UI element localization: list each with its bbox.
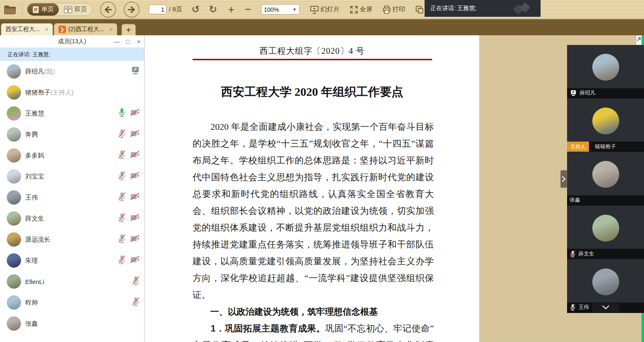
member-name: 猪猪孢子(主持人)	[25, 89, 74, 97]
member-row[interactable]: EllenLi	[0, 271, 144, 292]
member-row[interactable]: 猪猪孢子(主持人)	[0, 82, 144, 103]
close-button[interactable]: ×	[133, 38, 144, 45]
next-page-button[interactable]	[124, 2, 140, 18]
video-tile-name-bar: 薛绍凡	[567, 88, 644, 98]
tab-document-1[interactable]: 西安工程大... ×	[1, 23, 53, 35]
previous-page-button[interactable]	[100, 2, 116, 18]
member-name: 薛绍凡(我)	[25, 68, 55, 76]
mic-muted-icon	[570, 250, 576, 258]
camera-off-icon[interactable]	[130, 171, 140, 182]
video-tile[interactable]: 薛文生	[567, 206, 644, 260]
camera-off-icon[interactable]	[130, 192, 140, 203]
avatar	[592, 161, 619, 188]
document-paragraph: 1．巩固拓展主题教育成果。巩固“不忘初心、牢记使命”主题教育成果，持续推进“两学…	[193, 320, 434, 342]
zoom-in-button[interactable]: ＋	[226, 5, 236, 14]
mic-on-icon[interactable]	[118, 108, 126, 119]
member-row[interactable]: 薛文生	[0, 208, 144, 229]
video-tile[interactable]: 张鑫	[567, 152, 644, 206]
member-row[interactable]: 奔腾	[0, 124, 144, 145]
avatar	[592, 215, 619, 242]
video-tile[interactable]: 王伟	[567, 259, 644, 313]
member-status-icons	[118, 129, 140, 140]
avatar	[7, 148, 21, 163]
avatar	[7, 106, 21, 121]
video-tile[interactable]: 薛绍凡	[567, 45, 644, 99]
minimize-button[interactable]: —	[111, 38, 122, 45]
document-viewer[interactable]: 西工程大组字〔2020〕4 号 西安工程大学 2020 年组织工作要点 2020…	[145, 35, 479, 342]
member-status-icons	[118, 192, 140, 203]
member-row[interactable]: 源远流长	[0, 229, 144, 250]
zoom-level-value: 100%	[264, 6, 279, 13]
video-panel-collapse-handle[interactable]	[560, 170, 567, 188]
member-name: 刘宝宝	[25, 173, 44, 181]
member-row[interactable]: 王雅慧	[0, 103, 144, 124]
mic-muted-icon[interactable]	[132, 276, 140, 287]
document-tab-bar: 西安工程大... × ❯ (2)西工程大... × +	[0, 20, 644, 35]
member-name: EllenLi	[25, 278, 44, 285]
mic-muted-icon[interactable]	[132, 297, 140, 308]
member-row[interactable]: 薛绍凡(我)	[0, 61, 144, 82]
document-title: 西安工程大学 2020 年组织工作要点	[145, 84, 479, 100]
close-icon[interactable]: ×	[109, 26, 113, 33]
member-status-icons	[118, 150, 140, 161]
member-row[interactable]: 刘宝宝	[0, 166, 144, 187]
camera-off-icon[interactable]	[130, 129, 140, 139]
double-page-label: 双页	[74, 5, 87, 13]
document-toolbar: 单页 双页 / 8页 ↺ ↻ ＋ − 100% ▼	[0, 0, 644, 20]
avatar	[7, 127, 21, 142]
page-number-input[interactable]	[149, 5, 166, 14]
mic-muted-icon[interactable]	[118, 255, 126, 266]
chevron-down-icon[interactable]	[592, 303, 619, 312]
single-page-label: 单页	[41, 5, 54, 13]
redo-button[interactable]: ↻	[209, 5, 217, 14]
mic-muted-icon[interactable]	[118, 234, 126, 245]
members-panel-header: 成员(13人) — □ ×	[0, 35, 144, 48]
member-status-icons	[118, 234, 140, 245]
screen-share-icon	[570, 90, 577, 96]
single-page-button[interactable]: 单页	[27, 3, 59, 16]
speaking-status-bar: 正在讲话: 王雅慧;	[0, 48, 144, 61]
mic-muted-icon[interactable]	[118, 150, 126, 161]
undo-button[interactable]: ↺	[192, 5, 200, 14]
open-folder-icon[interactable]	[3, 4, 17, 15]
camera-off-icon[interactable]	[130, 234, 140, 245]
fullscreen-button[interactable]: 全屏	[350, 5, 372, 14]
camera-off-icon[interactable]	[130, 255, 140, 266]
member-row[interactable]: 多多妈	[0, 145, 144, 166]
mic-muted-icon[interactable]	[118, 129, 126, 140]
camera-off-icon[interactable]	[130, 213, 140, 224]
member-status-icons	[131, 66, 140, 76]
maximize-button[interactable]: □	[122, 38, 133, 45]
slideshow-button[interactable]: 幻灯片	[310, 5, 340, 14]
member-row[interactable]: 张鑫	[0, 313, 144, 334]
avatar	[7, 316, 21, 331]
members-panel: 成员(13人) — □ × 正在讲话: 王雅慧; 薛绍凡(我)	[0, 35, 145, 342]
mic-muted-icon[interactable]	[118, 171, 126, 182]
member-name: 王雅慧	[25, 110, 44, 118]
print-button[interactable]: 打印	[383, 5, 405, 14]
member-name: 程帅	[25, 299, 38, 307]
slideshow-label: 幻灯片	[321, 5, 340, 13]
meeting-app-logo-icon	[513, 2, 536, 15]
tab-document-2[interactable]: ❯ (2)西工程大... ×	[54, 23, 117, 35]
speaking-banner: 正在讲话: 王雅慧;	[425, 0, 541, 17]
new-tab-button[interactable]: +	[121, 24, 136, 35]
member-status-icons	[132, 276, 140, 287]
member-row[interactable]: 程帅	[0, 292, 144, 313]
member-name: 朱瑾	[25, 257, 38, 265]
mic-muted-icon[interactable]	[118, 192, 126, 203]
zoom-level-select[interactable]: 100% ▼	[261, 4, 300, 15]
member-row[interactable]: 王伟	[0, 187, 144, 208]
mic-muted-icon[interactable]	[118, 213, 126, 224]
member-list: 薛绍凡(我) 猪猪孢子(主持人)	[0, 61, 144, 334]
avatar	[592, 268, 619, 295]
page-mode-toggle: 单页 双页	[27, 3, 92, 16]
double-page-button[interactable]: 双页	[59, 3, 92, 16]
member-row[interactable]: 朱瑾	[0, 250, 144, 271]
video-tile[interactable]: 主持人 猪猪孢子	[567, 99, 644, 153]
close-icon[interactable]: ×	[45, 26, 48, 33]
zoom-out-button[interactable]: −	[245, 5, 251, 14]
tab-label: 西安工程大...	[5, 26, 40, 33]
camera-off-icon[interactable]	[130, 150, 140, 160]
camera-off-icon[interactable]	[130, 108, 140, 118]
